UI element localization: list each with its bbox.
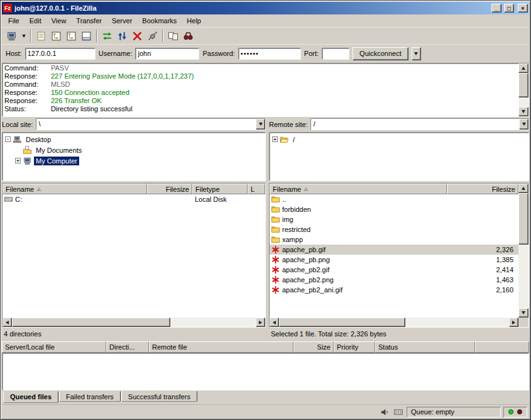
- local-directory-tree[interactable]: - Desktop My Documents + My Computer: [2, 132, 266, 181]
- column-header-direction[interactable]: Directi...: [106, 341, 149, 353]
- scroll-left-button[interactable]: [3, 318, 12, 327]
- column-header-last-modified[interactable]: L: [248, 184, 265, 194]
- scroll-right-button[interactable]: [256, 318, 265, 327]
- menu-server[interactable]: Server: [107, 15, 137, 26]
- menu-edit[interactable]: Edit: [25, 15, 47, 26]
- scroll-right-button[interactable]: [509, 318, 518, 327]
- tree-item-root[interactable]: + /: [270, 134, 528, 145]
- file-row[interactable]: apache_pb.png 1,385: [270, 255, 518, 265]
- menu-file[interactable]: File: [3, 15, 25, 26]
- toolbar-separator: [162, 30, 163, 42]
- file-row[interactable]: apache_pb2.png 1,463: [270, 275, 518, 285]
- column-header-filler: [475, 341, 529, 353]
- refresh-button[interactable]: [100, 29, 114, 43]
- remote-vertical-scrollbar[interactable]: [518, 184, 528, 318]
- statusbar: Queue: empty: [2, 404, 529, 418]
- file-row[interactable]: img: [270, 214, 518, 224]
- disconnect-button[interactable]: [145, 29, 160, 43]
- local-site-dropdown-button[interactable]: [256, 119, 265, 130]
- log-vertical-scrollbar[interactable]: [518, 64, 528, 116]
- local-site-combobox[interactable]: \: [36, 118, 266, 130]
- column-header-filename[interactable]: Filename: [3, 184, 147, 194]
- remote-site-combobox[interactable]: /: [310, 118, 529, 130]
- message-log-toggle-button[interactable]: [34, 29, 48, 43]
- folder-icon: [271, 235, 280, 244]
- remote-list-header: Filename Filesize: [270, 184, 518, 194]
- collapse-icon[interactable]: -: [5, 136, 11, 142]
- quickconnect-dropdown-button[interactable]: [412, 47, 421, 60]
- scroll-thumb[interactable]: [518, 73, 528, 97]
- file-row[interactable]: xampp: [270, 235, 518, 245]
- scroll-thumb[interactable]: [518, 193, 528, 245]
- directory-comparison-button[interactable]: [166, 29, 180, 43]
- local-list-body[interactable]: C: Local Disk: [3, 194, 265, 318]
- remote-list-body[interactable]: .. forbidden img: [270, 194, 518, 318]
- file-row[interactable]: ..: [270, 194, 518, 204]
- scroll-down-button[interactable]: [518, 107, 528, 116]
- remote-site-dropdown-button[interactable]: [519, 119, 528, 130]
- column-header-size[interactable]: Size: [293, 341, 334, 353]
- local-treeview-toggle-button[interactable]: [49, 29, 63, 43]
- column-header-priority[interactable]: Priority: [334, 341, 375, 353]
- menu-view[interactable]: View: [47, 15, 72, 26]
- column-header-filename[interactable]: Filename: [270, 184, 447, 194]
- tree-item-my-documents[interactable]: My Documents: [3, 145, 265, 155]
- username-input[interactable]: [135, 48, 199, 60]
- menu-bookmarks[interactable]: Bookmarks: [137, 15, 182, 26]
- scroll-thumb[interactable]: [279, 318, 405, 327]
- file-row-selected[interactable]: apache_pb.gif 2,326: [270, 245, 518, 255]
- tab-failed-transfers[interactable]: Failed transfers: [59, 391, 121, 402]
- host-input[interactable]: [25, 48, 96, 60]
- column-header-filetype[interactable]: Filetype: [192, 184, 248, 194]
- remote-treeview-toggle-icon: [66, 31, 77, 41]
- tab-queued-files[interactable]: Queued files: [3, 391, 58, 403]
- queue-list-body[interactable]: [2, 353, 529, 390]
- scroll-track[interactable]: [12, 318, 256, 327]
- column-header-filesize[interactable]: Filesize: [147, 184, 192, 194]
- keypad-icon[interactable]: [393, 407, 404, 417]
- file-row[interactable]: apache_pb2.gif 2,414: [270, 265, 518, 275]
- scroll-track[interactable]: [518, 193, 528, 308]
- remote-horizontal-scrollbar[interactable]: [270, 318, 518, 327]
- scroll-left-button[interactable]: [270, 318, 279, 327]
- log-line: Command:MLSD: [4, 80, 517, 89]
- tree-item-my-computer[interactable]: + My Computer: [3, 155, 265, 166]
- remote-treeview-toggle-button[interactable]: [64, 29, 79, 43]
- maximize-button[interactable]: □: [504, 4, 514, 13]
- scroll-down-button[interactable]: [518, 308, 528, 318]
- site-manager-dropdown-button[interactable]: [19, 29, 28, 43]
- scroll-up-button[interactable]: [518, 184, 528, 193]
- scroll-thumb[interactable]: [12, 318, 170, 327]
- expand-icon[interactable]: +: [272, 136, 278, 142]
- scroll-track[interactable]: [518, 73, 528, 107]
- local-horizontal-scrollbar[interactable]: [3, 318, 265, 327]
- minimize-button[interactable]: _: [491, 4, 501, 13]
- file-row[interactable]: C: Local Disk: [3, 194, 265, 204]
- file-row[interactable]: apache_pb2_ani.gif 2,160: [270, 285, 518, 295]
- menu-transfer[interactable]: Transfer: [71, 15, 107, 26]
- site-manager-button[interactable]: [4, 29, 19, 43]
- tree-item-desktop[interactable]: - Desktop: [3, 134, 265, 145]
- close-button[interactable]: ×: [518, 4, 528, 13]
- file-row[interactable]: restricted: [270, 224, 518, 235]
- menu-help[interactable]: Help: [182, 15, 206, 26]
- column-header-filesize[interactable]: Filesize: [447, 184, 518, 194]
- find-files-button[interactable]: [181, 29, 195, 43]
- tab-successful-transfers[interactable]: Successful transfers: [121, 391, 197, 402]
- speaker-icon[interactable]: [379, 407, 390, 417]
- scroll-up-button[interactable]: [518, 64, 528, 73]
- quickconnect-button[interactable]: Quickconnect: [353, 47, 408, 60]
- process-queue-button[interactable]: [115, 29, 129, 43]
- cancel-button[interactable]: [130, 29, 145, 43]
- transfer-queue-toggle-button[interactable]: [79, 29, 94, 43]
- remote-directory-tree[interactable]: + /: [269, 132, 529, 181]
- column-header-server-local-file[interactable]: Server/Local file: [2, 341, 106, 353]
- titlebar[interactable]: Fz john@127.0.0.1 - FileZilla _ □ ×: [2, 2, 529, 14]
- file-row[interactable]: forbidden: [270, 204, 518, 214]
- column-header-status[interactable]: Status: [375, 341, 475, 353]
- password-input[interactable]: [238, 48, 301, 60]
- column-header-remote-file[interactable]: Remote file: [149, 341, 293, 353]
- expand-icon[interactable]: +: [15, 158, 21, 163]
- scroll-track[interactable]: [279, 318, 509, 327]
- port-input[interactable]: [322, 48, 349, 60]
